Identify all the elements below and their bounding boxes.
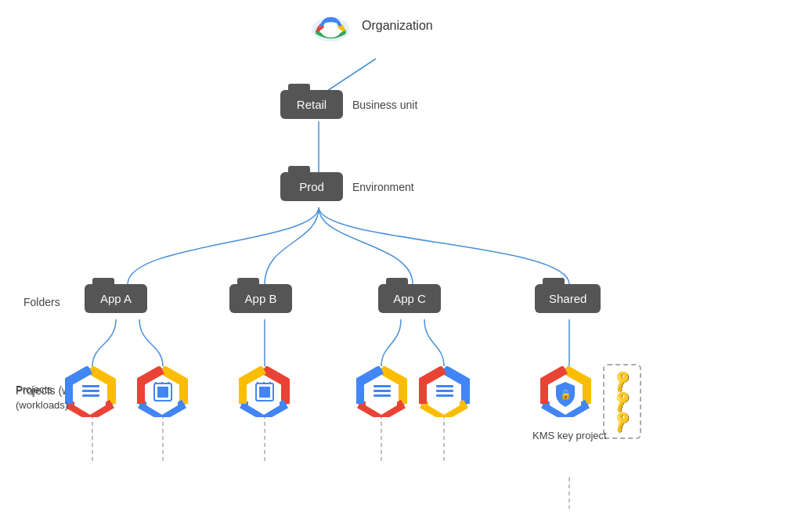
appA-project2 (137, 366, 188, 420)
kms-shield-icon: 🔒 (540, 366, 591, 420)
svg-rect-18 (82, 385, 99, 387)
svg-rect-22 (157, 387, 168, 398)
appB-project1 (239, 366, 290, 420)
key-yellow: 🔑 (609, 409, 636, 434)
projects-workloads-label: Projects (workloads) (16, 382, 68, 412)
svg-rect-16 (82, 394, 99, 397)
kms-label: KMS key project (532, 429, 607, 443)
kms-project-icon: 🔒 (540, 366, 591, 417)
svg-rect-47 (436, 390, 453, 392)
gcp-project-icon-c1 (356, 366, 407, 417)
appB-node: App B (229, 284, 292, 313)
gcp-project-icon-c2 (419, 366, 470, 417)
appA-folder: App A (85, 284, 147, 313)
appA-node: App A (85, 284, 147, 313)
folders-label: Folders (23, 296, 60, 308)
svg-rect-17 (82, 390, 99, 392)
svg-rect-43 (374, 385, 391, 387)
svg-point-12 (321, 26, 340, 38)
appC-folder: App C (378, 284, 441, 313)
org-node: Organization (309, 8, 433, 43)
org-label: Organization (362, 19, 433, 33)
prod-node: Prod Environment (280, 172, 343, 201)
retail-folder: Retail (280, 90, 343, 119)
svg-text:🔒: 🔒 (560, 388, 572, 400)
kms-keys-list: 🔑 🔑 🔑 (612, 372, 632, 431)
svg-rect-42 (374, 390, 391, 392)
svg-rect-46 (436, 394, 453, 397)
appC-project2 (419, 366, 470, 420)
gcp-project-icon (65, 366, 116, 417)
kms-keys-box: 🔑 🔑 🔑 (603, 364, 641, 439)
prod-folder: Prod (280, 172, 343, 201)
environment-label: Environment (352, 181, 414, 193)
resource-hierarchy-diagram: Organization Retail Business unit Prod E… (0, 0, 812, 522)
svg-rect-48 (436, 385, 453, 387)
appC-node: App C (378, 284, 441, 313)
svg-line-0 (325, 59, 376, 92)
appB-folder: App B (229, 284, 292, 313)
google-cloud-icon (309, 8, 352, 43)
appC-project1 (356, 366, 407, 420)
connector-lines (0, 0, 812, 522)
svg-rect-32 (259, 387, 270, 398)
business-unit-label: Business unit (352, 99, 417, 111)
svg-rect-41 (374, 394, 391, 397)
shared-folder: Shared (535, 284, 601, 313)
appA-project1 (65, 366, 116, 420)
retail-node: Retail Business unit (280, 90, 343, 119)
shared-node: Shared (535, 284, 601, 313)
gcp-project-icon-b (239, 366, 290, 417)
gcp-project-icon-chip (137, 366, 188, 417)
